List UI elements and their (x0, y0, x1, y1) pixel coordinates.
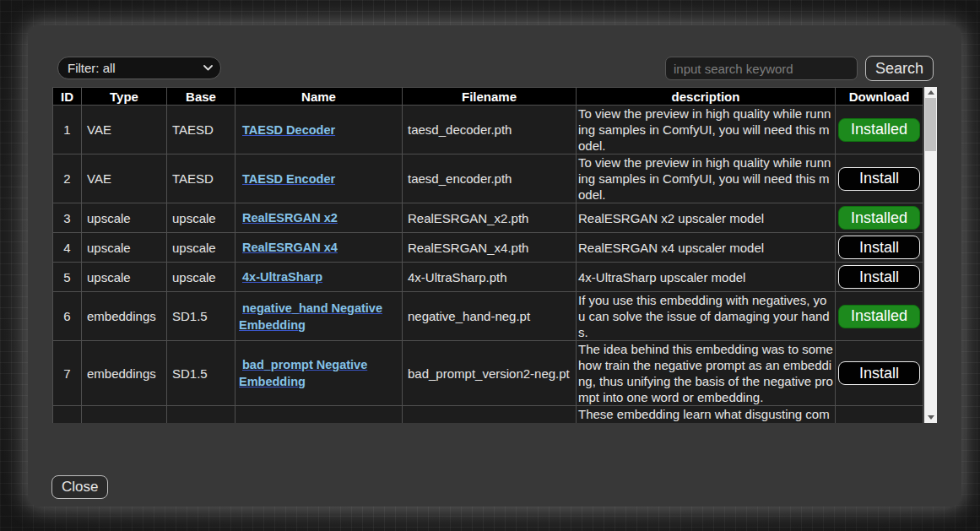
cell-base: TAESD (167, 106, 236, 154)
cell-id: 3 (53, 203, 82, 233)
download-button[interactable]: Install (838, 265, 920, 289)
table-row: 7 embeddings SD1.5 bad_prompt Negative E… (53, 341, 923, 406)
table-row: These embedding learn what disgusting co… (53, 406, 923, 424)
cell-base: SD1.5 (167, 292, 236, 341)
column-header-download: Download (836, 88, 923, 106)
scrollbar-up-icon[interactable] (924, 87, 937, 98)
column-header-base: Base (167, 88, 236, 106)
model-name-link[interactable]: TAESD Encoder (242, 172, 335, 186)
cell-download: Installed (836, 106, 923, 154)
table-row: 4 upscale upscale RealESRGAN x4 RealESRG… (53, 233, 923, 263)
search-area: Search (665, 56, 934, 81)
download-button[interactable]: Installed (838, 305, 920, 328)
cell-id: 5 (53, 263, 82, 292)
cell-type: upscale (82, 233, 167, 263)
cell-id: 2 (53, 154, 82, 203)
cell-base: upscale (167, 203, 236, 233)
download-button[interactable]: Install (838, 167, 920, 191)
cell-base: upscale (167, 263, 236, 292)
table-row: 3 upscale upscale RealESRGAN x2 RealESRG… (53, 203, 923, 233)
table-row: 5 upscale upscale 4x-UltraSharp 4x-Ultra… (53, 263, 923, 292)
cell-filename: bad_prompt_version2-neg.pt (403, 341, 577, 406)
cell-name: RealESRGAN x2 (236, 203, 403, 233)
cell-download: Install (836, 263, 923, 292)
column-header-name: Name (236, 88, 403, 106)
cell-download: Install (836, 341, 923, 406)
model-name-link[interactable]: RealESRGAN x2 (242, 211, 338, 225)
column-header-type: Type (82, 88, 167, 106)
cell-description: RealESRGAN x4 upscaler model (577, 233, 836, 263)
cell-type: VAE (82, 106, 167, 154)
download-button[interactable]: Installed (838, 206, 920, 230)
cell-filename: taesd_decoder.pth (403, 106, 577, 154)
cell-base: upscale (167, 233, 236, 263)
model-table-area: ID Type Base Name Filename description D… (52, 87, 937, 423)
column-header-id: ID (53, 88, 82, 106)
search-button[interactable]: Search (865, 56, 934, 81)
model-name-link[interactable]: RealESRGAN x4 (242, 241, 338, 254)
download-button[interactable]: Install (838, 236, 920, 259)
cell-name: TAESD Encoder (236, 154, 403, 203)
table-row: 1 VAE TAESD TAESD Decoder taesd_decoder.… (53, 106, 923, 154)
download-button[interactable]: Installed (838, 118, 920, 142)
cell-type (82, 406, 167, 424)
cell-filename: RealESRGAN_x2.pth (403, 203, 577, 233)
cell-type: embeddings (82, 292, 167, 341)
scrollbar-down-icon[interactable] (924, 412, 937, 423)
cell-name: negative_hand Negative Embedding (236, 292, 403, 341)
cell-name (236, 406, 403, 424)
cell-base (167, 406, 236, 424)
model-name-link[interactable]: negative_hand Negative Embedding (239, 301, 382, 332)
cell-base: SD1.5 (167, 341, 236, 406)
cell-filename (403, 406, 577, 424)
cell-name: TAESD Decoder (236, 106, 403, 154)
column-header-filename: Filename (403, 88, 577, 106)
table-header-row: ID Type Base Name Filename description D… (53, 88, 923, 106)
cell-name: bad_prompt Negative Embedding (236, 341, 403, 406)
cell-description: The idea behind this embedding was to so… (577, 341, 836, 406)
close-button[interactable]: Close (51, 475, 108, 499)
cell-id (53, 406, 82, 424)
cell-filename: taesd_encoder.pth (403, 154, 577, 203)
cell-description: If you use this embedding with negatives… (577, 292, 836, 341)
search-input[interactable] (665, 57, 858, 80)
cell-type: embeddings (82, 341, 167, 406)
cell-download: Installed (836, 203, 923, 233)
model-table: ID Type Base Name Filename description D… (52, 87, 923, 423)
cell-type: upscale (82, 263, 167, 292)
download-button[interactable]: Install (838, 361, 920, 385)
model-name-link[interactable]: 4x-UltraSharp (242, 270, 322, 284)
filter-dropdown[interactable]: Filter: all (57, 57, 221, 79)
cell-download: Install (836, 233, 923, 263)
cell-name: 4x-UltraSharp (236, 263, 403, 292)
column-header-description: description (577, 88, 836, 106)
cell-description: To view the preview in high quality whil… (577, 154, 836, 203)
model-table-body: 1 VAE TAESD TAESD Decoder taesd_decoder.… (53, 106, 923, 424)
cell-description: These embedding learn what disgusting co… (577, 406, 836, 424)
cell-filename: RealESRGAN_x4.pth (403, 233, 577, 263)
model-manager-dialog: Filter: all Search ID Type Base Nam (28, 25, 961, 507)
cell-download: Installed (836, 292, 923, 341)
cell-description: 4x-UltraSharp upscaler model (577, 263, 836, 292)
cell-type: VAE (82, 154, 167, 203)
model-name-link[interactable]: TAESD Decoder (242, 123, 335, 137)
cell-id: 4 (53, 233, 82, 263)
model-table-clip: ID Type Base Name Filename description D… (52, 87, 923, 423)
table-row: 6 embeddings SD1.5 negative_hand Negativ… (53, 292, 923, 341)
table-row: 2 VAE TAESD TAESD Encoder taesd_encoder.… (53, 154, 923, 203)
model-name-link[interactable]: bad_prompt Negative Embedding (239, 358, 367, 388)
scrollbar-thumb[interactable] (925, 98, 936, 151)
filter-dropdown-wrap: Filter: all (57, 57, 221, 79)
table-scrollbar[interactable] (924, 87, 937, 423)
cell-id: 1 (53, 106, 82, 154)
cell-type: upscale (82, 203, 167, 233)
cell-base: TAESD (167, 154, 236, 203)
cell-download: Install (836, 154, 923, 203)
cell-name: RealESRGAN x4 (236, 233, 403, 263)
cell-description: To view the preview in high quality whil… (577, 106, 836, 154)
cell-filename: 4x-UltraSharp.pth (403, 263, 577, 292)
cell-filename: negative_hand-neg.pt (403, 292, 577, 341)
cell-id: 7 (53, 341, 82, 406)
cell-description: RealESRGAN x2 upscaler model (577, 203, 836, 233)
cell-id: 6 (53, 292, 82, 341)
